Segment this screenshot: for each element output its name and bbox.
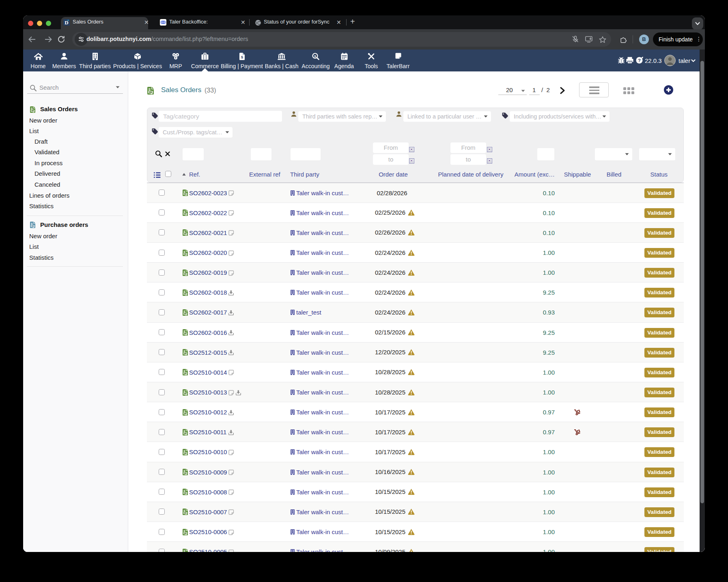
svg-text:?: ? (638, 58, 641, 63)
svg-text:$: $ (241, 55, 243, 59)
